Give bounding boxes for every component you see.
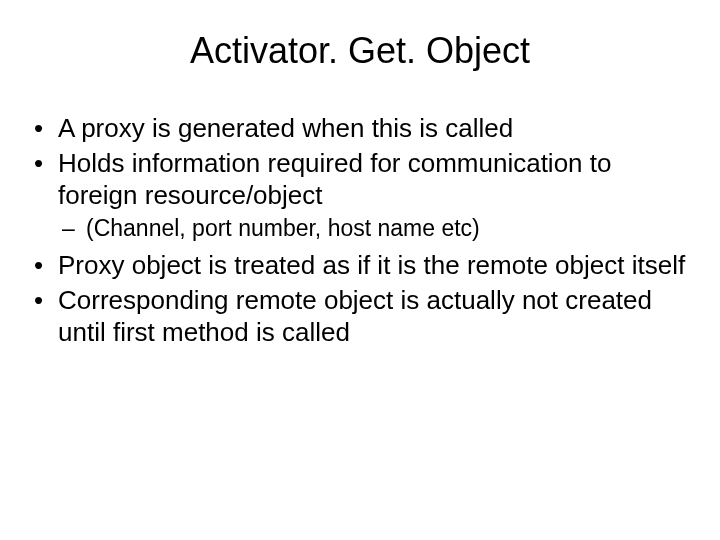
bullet-item: Holds information required for communica… — [30, 147, 690, 244]
bullet-item: A proxy is generated when this is called — [30, 112, 690, 145]
slide-title: Activator. Get. Object — [30, 30, 690, 72]
bullet-item: Proxy object is treated as if it is the … — [30, 249, 690, 282]
bullet-list: A proxy is generated when this is called… — [30, 112, 690, 349]
sub-bullet-item: (Channel, port number, host name etc) — [58, 214, 690, 244]
bullet-text: A proxy is generated when this is called — [58, 113, 513, 143]
bullet-text: Corresponding remote object is actually … — [58, 285, 652, 348]
bullet-text: Proxy object is treated as if it is the … — [58, 250, 685, 280]
bullet-text: Holds information required for communica… — [58, 148, 611, 211]
sub-bullet-list: (Channel, port number, host name etc) — [58, 214, 690, 244]
bullet-item: Corresponding remote object is actually … — [30, 284, 690, 349]
sub-bullet-text: (Channel, port number, host name etc) — [86, 215, 480, 241]
